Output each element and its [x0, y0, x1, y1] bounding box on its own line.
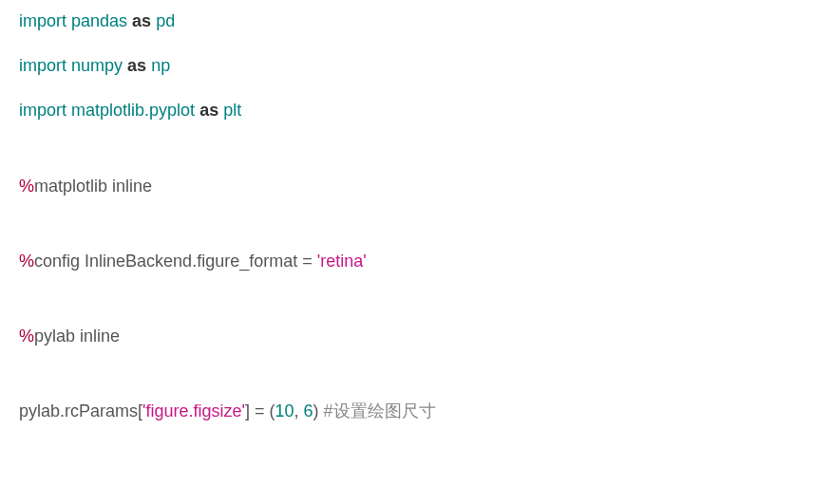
blank-line: [19, 144, 815, 175]
magic-pylab-inline: pylab inline: [34, 327, 120, 345]
comment-text: #设置绘图尺寸: [324, 401, 436, 420]
module-pandas: pandas: [71, 11, 127, 30]
module-matplotlib: matplotlib.pyplot: [71, 101, 195, 120]
code-line-7: pylab.rcParams['figure.figsize'] = (10, …: [19, 400, 815, 423]
magic-percent: %: [19, 177, 34, 196]
close-paren: ): [313, 401, 324, 420]
code-line-3: import matplotlib.pyplot as plt: [19, 99, 815, 122]
config-text: config InlineBackend.figure_format =: [34, 252, 317, 271]
code-line-2: import numpy as np: [19, 54, 815, 78]
string-retina: retina: [320, 252, 363, 271]
keyword-as: as: [127, 56, 146, 75]
alias-plt: plt: [223, 101, 241, 120]
bracket-eq: ] = (: [245, 401, 275, 420]
magic-matplotlib-inline: matplotlib inline: [34, 177, 152, 196]
blank-line: [19, 294, 815, 325]
keyword-import: import: [19, 101, 66, 120]
keyword-import: import: [19, 11, 66, 30]
number-ten: 10: [275, 401, 294, 420]
code-line-4: %matplotlib inline: [19, 175, 815, 198]
string-figsize: figure.figsize: [145, 401, 241, 420]
string-quote: ': [363, 252, 366, 271]
blank-line: [19, 369, 815, 400]
alias-np: np: [151, 56, 170, 75]
magic-percent: %: [19, 252, 34, 271]
module-numpy: numpy: [71, 56, 123, 75]
magic-percent: %: [19, 327, 34, 345]
keyword-as: as: [199, 101, 218, 120]
blank-line: [19, 219, 815, 250]
keyword-as: as: [132, 11, 151, 30]
code-line-1: import pandas as pd: [19, 9, 815, 33]
code-line-5: %config InlineBackend.figure_format = 'r…: [19, 250, 815, 273]
keyword-import: import: [19, 56, 66, 75]
code-line-6: %pylab inline: [19, 325, 815, 348]
comma: ,: [294, 401, 304, 420]
alias-pd: pd: [156, 11, 175, 30]
number-six: 6: [304, 401, 313, 420]
pylab-rcparams: pylab.rcParams[: [19, 401, 142, 420]
